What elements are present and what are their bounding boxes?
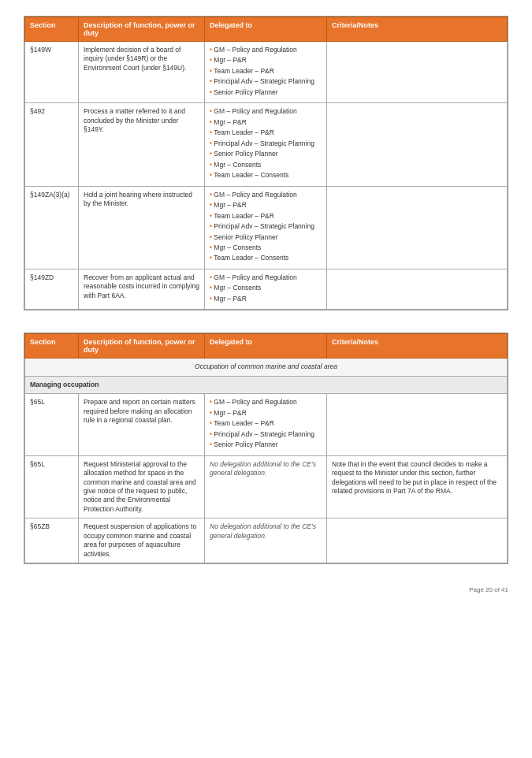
section-cell: §65ZB xyxy=(25,518,79,563)
description-cell: Request Ministerial approval to the allo… xyxy=(79,455,205,518)
delegated-cell: No delegation additional to the CE's gen… xyxy=(205,455,327,518)
description-cell: Recover from an applicant actual and rea… xyxy=(79,269,205,309)
delegated-cell: GM – Policy and RegulationMgr – P&RTeam … xyxy=(205,394,327,455)
table-row: §65ZBRequest suspension of applications … xyxy=(25,518,508,563)
table1-header-criteria: Criteria/Notes xyxy=(327,17,508,42)
group-header-row: Occupation of common marine and coastal … xyxy=(25,359,508,376)
section-cell: §149ZD xyxy=(25,269,79,309)
delegated-cell: No delegation additional to the CE's gen… xyxy=(205,518,327,563)
table2-header-section: Section xyxy=(25,334,79,359)
sub-header-row: Managing occupation xyxy=(25,376,508,393)
delegated-cell: GM – Policy and RegulationMgr – P&RTeam … xyxy=(205,103,327,186)
table-row: §149ZA(3)(a)Hold a joint hearing where i… xyxy=(25,186,508,269)
criteria-cell xyxy=(327,518,508,563)
table1-header-delegated: Delegated to xyxy=(205,17,327,42)
group-header-cell: Occupation of common marine and coastal … xyxy=(25,359,508,376)
section-cell: §149ZA(3)(a) xyxy=(25,186,79,269)
table1-header-section: Section xyxy=(25,17,79,42)
criteria-cell xyxy=(327,394,508,455)
criteria-cell xyxy=(327,103,508,186)
table-row: §149WImplement decision of a board of in… xyxy=(25,42,508,103)
section-cell: §65L xyxy=(25,455,79,518)
section-cell: §149W xyxy=(25,42,79,103)
criteria-cell xyxy=(327,269,508,309)
description-cell: Implement decision of a board of inquiry… xyxy=(79,42,205,103)
criteria-cell: Note that in the event that council deci… xyxy=(327,455,508,518)
criteria-cell xyxy=(327,42,508,103)
description-cell: Hold a joint hearing where instructed by… xyxy=(79,186,205,269)
description-cell: Prepare and report on certain matters re… xyxy=(79,394,205,455)
table-row: §65LPrepare and report on certain matter… xyxy=(25,394,508,455)
criteria-cell xyxy=(327,186,508,269)
table2-header-criteria: Criteria/Notes xyxy=(327,334,508,359)
delegated-cell: GM – Policy and RegulationMgr – P&RTeam … xyxy=(205,42,327,103)
table1-header-description: Description of function, power or duty xyxy=(79,17,205,42)
delegated-cell: GM – Policy and RegulationMgr – Consents… xyxy=(205,269,327,309)
table-row: §492Process a matter referred to it and … xyxy=(25,103,508,186)
table2-header-delegated: Delegated to xyxy=(205,334,327,359)
table-row: §65LRequest Ministerial approval to the … xyxy=(25,455,508,518)
delegated-cell: GM – Policy and RegulationMgr – P&RTeam … xyxy=(205,186,327,269)
description-cell: Process a matter referred to it and conc… xyxy=(79,103,205,186)
section-cell: §65L xyxy=(25,394,79,455)
section-cell: §492 xyxy=(25,103,79,186)
sub-header-cell: Managing occupation xyxy=(25,376,508,393)
table2: Section Description of function, power o… xyxy=(24,333,508,564)
table1: Section Description of function, power o… xyxy=(24,16,508,310)
description-cell: Request suspension of applications to oc… xyxy=(79,518,205,563)
table-row: §149ZDRecover from an applicant actual a… xyxy=(25,269,508,309)
page-number: Page 20 of 41 xyxy=(24,586,508,593)
table2-header-description: Description of function, power or duty xyxy=(79,334,205,359)
